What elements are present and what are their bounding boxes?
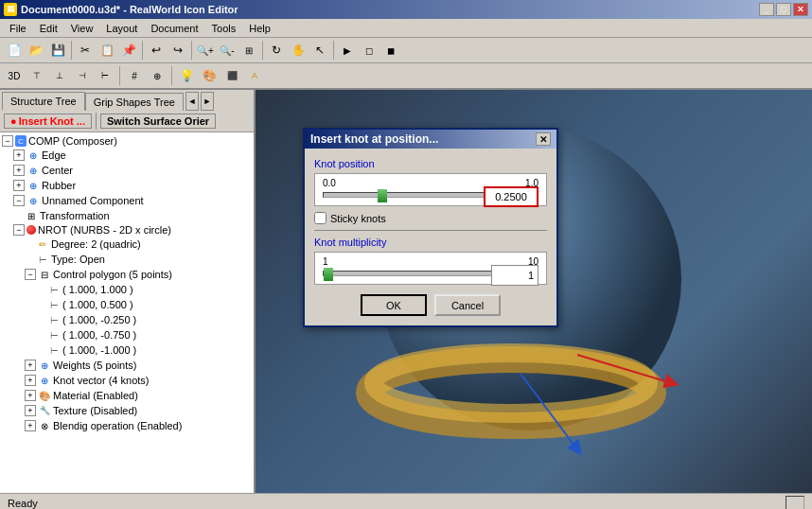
- tree-node-center[interactable]: + ⊕ Center: [2, 163, 252, 178]
- nrot-label: NROT (NURBS - 2D x circle): [38, 224, 171, 236]
- shade-button[interactable]: ◼: [380, 40, 401, 61]
- fit-button[interactable]: ⊞: [238, 40, 259, 61]
- knot-slider-thumb[interactable]: [378, 189, 387, 202]
- tree-node-pt2[interactable]: ⊢ ( 1.000, 0.500 ): [2, 297, 252, 312]
- tree-node-pt1[interactable]: ⊢ ( 1.000, 1.000 ): [2, 282, 252, 297]
- tree-node-control-polygon[interactable]: − ⊟ Control polygon (5 points): [2, 267, 252, 282]
- blend-toggle[interactable]: +: [25, 420, 36, 431]
- insert-knot-button[interactable]: ● Insert Knot ...: [4, 114, 92, 129]
- blend-icon: ⊗: [38, 419, 51, 432]
- snap-button[interactable]: ⊕: [147, 65, 168, 86]
- open-button[interactable]: 📂: [26, 40, 46, 61]
- cp-toggle[interactable]: −: [25, 269, 36, 280]
- tab-structure-tree[interactable]: Structure Tree: [2, 92, 85, 111]
- center-icon: ⊕: [26, 164, 40, 177]
- viewleft-button[interactable]: ⊢: [95, 65, 115, 86]
- tab-nav-right[interactable]: ►: [201, 92, 214, 111]
- color-picker-button[interactable]: A: [244, 65, 265, 86]
- render-button[interactable]: ▶: [337, 40, 358, 61]
- viewfront-button[interactable]: ⊥: [49, 65, 70, 86]
- tree-node-weights[interactable]: + ⊕ Weights (5 points): [2, 358, 252, 373]
- tree-node-pt3[interactable]: ⊢ ( 1.000, -0.250 ): [2, 312, 252, 327]
- material-button[interactable]: 🎨: [199, 65, 220, 86]
- kv-label: Knot vector (4 knots): [53, 375, 150, 386]
- light-button[interactable]: 💡: [176, 65, 197, 86]
- menu-help[interactable]: Help: [243, 21, 276, 36]
- center-toggle[interactable]: +: [13, 165, 25, 176]
- tree-root-node[interactable]: − C COMP (Composer): [2, 134, 252, 148]
- minimize-button[interactable]: _: [759, 3, 774, 16]
- tree-node-knot-vector[interactable]: + ⊕ Knot vector (4 knots): [2, 373, 252, 388]
- cp-label: Control polygon (5 points): [53, 269, 172, 280]
- tree-node-material[interactable]: + 🎨 Material (Enabled): [2, 388, 252, 403]
- transformation-icon: ⊞: [25, 209, 38, 222]
- maximize-button[interactable]: □: [776, 3, 791, 16]
- tree-node-nrot[interactable]: − NROT (NURBS - 2D x circle): [2, 223, 252, 237]
- tree-area[interactable]: − C COMP (Composer) + ⊕ Edge + ⊕ Center: [0, 132, 254, 493]
- tree-node-transformation[interactable]: ⊞ Transformation: [2, 208, 252, 223]
- copy-button[interactable]: 📋: [97, 40, 117, 61]
- zoom-in-button[interactable]: 🔍+: [195, 40, 216, 61]
- tree-node-unnamed[interactable]: − ⊕ Unnamed Component: [2, 193, 252, 208]
- menu-tools[interactable]: Tools: [206, 21, 242, 36]
- menu-view[interactable]: View: [65, 21, 99, 36]
- select-button[interactable]: ↖: [309, 40, 330, 61]
- edge-label: Edge: [42, 149, 66, 161]
- tree-node-rubber[interactable]: + ⊕ Rubber: [2, 178, 252, 193]
- ok-button[interactable]: OK: [361, 294, 427, 316]
- view3d-button[interactable]: 3D: [4, 65, 25, 86]
- grid-button[interactable]: #: [124, 65, 145, 86]
- weights-toggle[interactable]: +: [25, 360, 36, 371]
- zoom-out-button[interactable]: 🔍-: [217, 40, 238, 61]
- tree-node-blending[interactable]: + ⊗ Blendig operation (Enabled): [2, 418, 252, 433]
- menu-document[interactable]: Document: [145, 21, 203, 36]
- paste-button[interactable]: 📌: [118, 40, 139, 61]
- mult-value-input[interactable]: [491, 265, 538, 286]
- switch-surface-label: Switch Surface Orier: [107, 115, 209, 127]
- cut-button[interactable]: ✂: [75, 40, 96, 61]
- dialog-close-button[interactable]: ✕: [536, 132, 551, 146]
- sticky-knots-checkbox[interactable]: [314, 212, 327, 224]
- tree-node-texture[interactable]: + 🔧 Texture (Disabled): [2, 403, 252, 418]
- kv-toggle[interactable]: +: [25, 375, 36, 386]
- new-button[interactable]: 📄: [4, 40, 25, 61]
- tree-node-type[interactable]: ⊢ Type: Open: [2, 252, 252, 267]
- switch-surface-button[interactable]: Switch Surface Orier: [100, 114, 216, 129]
- nrot-icon: [26, 225, 36, 235]
- toolbar-row-1: 📄 📂 💾 ✂ 📋 📌 ↩ ↪ 🔍+ 🔍- ⊞ ↻ ✋ ↖ ▶ ◻ ◼: [0, 38, 812, 63]
- texture-button[interactable]: ⬛: [221, 65, 242, 86]
- pt5-icon: ⊢: [47, 343, 61, 357]
- menu-layout[interactable]: Layout: [100, 21, 143, 36]
- pan-button[interactable]: ✋: [288, 40, 309, 61]
- tree-node-degree[interactable]: ✏ Degree: 2 (quadric): [2, 237, 252, 252]
- viewright-button[interactable]: ⊣: [72, 65, 93, 86]
- tex-toggle[interactable]: +: [25, 405, 36, 416]
- tree-node-pt4[interactable]: ⊢ ( 1.000, -0.750 ): [2, 327, 252, 342]
- tree-node-edge[interactable]: + ⊕ Edge: [2, 148, 252, 163]
- redo-button[interactable]: ↪: [168, 40, 188, 61]
- mat-toggle[interactable]: +: [25, 390, 36, 401]
- close-button[interactable]: ✕: [793, 3, 808, 16]
- unnamed-toggle[interactable]: −: [13, 195, 25, 206]
- menu-file[interactable]: File: [4, 21, 32, 36]
- knot-value-input[interactable]: [484, 186, 538, 207]
- mult-slider-thumb[interactable]: [324, 268, 333, 281]
- tab-nav-left[interactable]: ◄: [185, 92, 199, 111]
- nrot-toggle[interactable]: −: [13, 224, 25, 236]
- viewtop-button[interactable]: ⊤: [26, 65, 47, 86]
- tab-grip-shapes[interactable]: Grip Shapes Tree: [85, 93, 184, 111]
- cancel-button[interactable]: Cancel: [434, 294, 501, 316]
- edge-toggle[interactable]: +: [13, 149, 25, 161]
- undo-button[interactable]: ↩: [146, 40, 167, 61]
- menu-edit[interactable]: Edit: [34, 21, 63, 36]
- tree-node-pt5[interactable]: ⊢ ( 1.000, -1.000 ): [2, 342, 252, 358]
- root-toggle[interactable]: −: [2, 135, 13, 147]
- sep1: [71, 41, 72, 60]
- sep7: [171, 66, 172, 85]
- save-button[interactable]: 💾: [47, 40, 68, 61]
- cp-icon: ⊟: [38, 268, 51, 281]
- status-bar: Ready: [0, 493, 812, 509]
- rotate-button[interactable]: ↻: [266, 40, 287, 61]
- wireframe-button[interactable]: ◻: [359, 40, 380, 61]
- rubber-toggle[interactable]: +: [13, 180, 25, 191]
